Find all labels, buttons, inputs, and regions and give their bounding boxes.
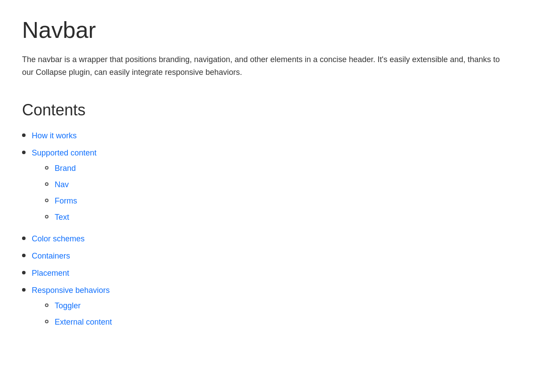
bullet-hollow-icon: [45, 303, 48, 307]
bullet-hollow-icon: [45, 199, 48, 202]
color-schemes-link[interactable]: Color schemes: [32, 233, 85, 245]
list-item: Containers: [22, 250, 532, 262]
page-title: Navbar: [22, 18, 532, 43]
page-description: The navbar is a wrapper that positions b…: [22, 53, 507, 79]
list-item: Forms: [32, 195, 97, 207]
bullet-filled-icon: [22, 133, 26, 137]
bullet-hollow-icon: [45, 215, 48, 218]
list-item: Supported content Brand Nav Forms Text: [22, 147, 532, 228]
forms-link[interactable]: Forms: [55, 195, 77, 207]
list-item: External content: [32, 316, 112, 328]
contents-heading: Contents: [22, 101, 532, 119]
list-item: How it works: [22, 130, 532, 142]
placement-link[interactable]: Placement: [32, 267, 69, 279]
containers-link[interactable]: Containers: [32, 250, 70, 262]
toggler-link[interactable]: Toggler: [55, 300, 81, 312]
list-item: Responsive behaviors Toggler External co…: [22, 285, 532, 333]
supported-content-link[interactable]: Supported content: [32, 147, 97, 159]
bullet-hollow-icon: [45, 182, 48, 186]
text-link[interactable]: Text: [55, 211, 69, 223]
brand-link[interactable]: Brand: [55, 163, 76, 174]
bullet-filled-icon: [22, 288, 26, 292]
bullet-filled-icon: [22, 254, 26, 257]
sub-list: Brand Nav Forms Text: [32, 163, 97, 228]
list-item: Brand: [32, 163, 97, 174]
list-item: Placement: [22, 267, 532, 279]
responsive-behaviors-link[interactable]: Responsive behaviors: [32, 285, 112, 296]
bullet-hollow-icon: [45, 320, 48, 323]
list-item: Nav: [32, 179, 97, 191]
list-item: Text: [32, 211, 97, 223]
contents-list: How it works Supported content Brand Nav…: [22, 130, 532, 333]
bullet-filled-icon: [22, 237, 26, 240]
list-item: Color schemes: [22, 233, 532, 245]
bullet-filled-icon: [22, 271, 26, 274]
bullet-hollow-icon: [45, 166, 48, 170]
sub-list: Toggler External content: [32, 300, 112, 333]
external-content-link[interactable]: External content: [55, 316, 112, 328]
bullet-filled-icon: [22, 151, 26, 154]
how-it-works-link[interactable]: How it works: [32, 130, 77, 142]
nav-link[interactable]: Nav: [55, 179, 69, 191]
list-item: Toggler: [32, 300, 112, 312]
